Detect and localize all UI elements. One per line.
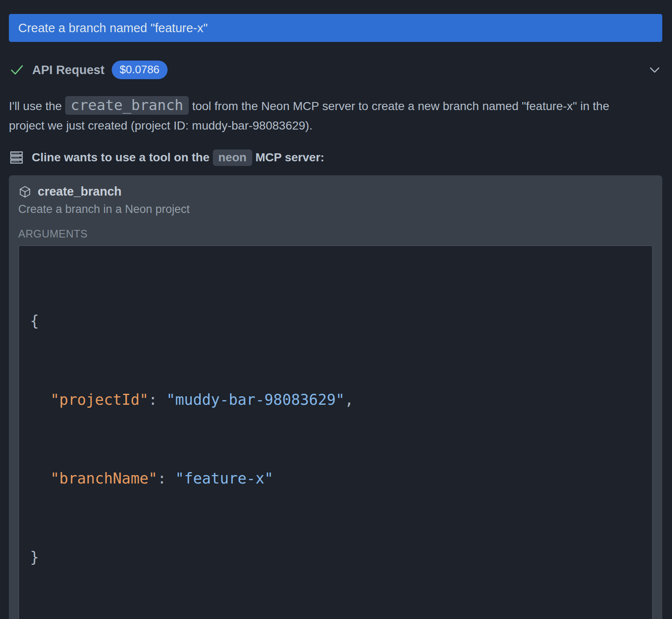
tool-card-header: create_branch (18, 185, 653, 199)
tool-banner-text: Cline wants to use a tool on the neon MC… (32, 151, 324, 164)
json-line-projectid: "projectId": "muddy-bar-98083629", (30, 387, 641, 413)
api-request-label: API Request (32, 63, 105, 77)
tool-name: create_branch (38, 185, 121, 199)
chat-task-view: Create a branch named "feature-x" API Re… (0, 0, 672, 619)
arguments-label: ARGUMENTS (18, 228, 653, 240)
json-line-open: { (30, 308, 641, 334)
tool-request-card: create_branch Create a branch in a Neon … (9, 175, 662, 619)
user-message-bar[interactable]: Create a branch named "feature-x" (9, 14, 662, 42)
check-icon (9, 62, 25, 78)
server-name-chip: neon (213, 149, 252, 166)
json-line-close: } (30, 544, 641, 570)
api-request-row-1[interactable]: API Request $0.0786 (9, 61, 662, 79)
json-line-branchname: "branchName": "feature-x" (30, 465, 641, 492)
arguments-json-block: { "projectId": "muddy-bar-98083629", "br… (18, 245, 653, 619)
inline-code-create-branch: create_branch (65, 96, 189, 115)
mcp-server-icon (9, 150, 24, 165)
assistant-text-before: I'll use the (9, 99, 62, 113)
tool-use-banner: Cline wants to use a tool on the neon MC… (9, 150, 662, 165)
tool-description: Create a branch in a Neon project (18, 203, 653, 216)
user-message-text: Create a branch named "feature-x" (18, 21, 208, 35)
api-cost-badge: $0.0786 (112, 61, 168, 79)
assistant-message: I'll use the create_branch tool from the… (9, 95, 635, 135)
chevron-down-icon[interactable] (647, 62, 662, 77)
cube-icon (18, 185, 32, 199)
